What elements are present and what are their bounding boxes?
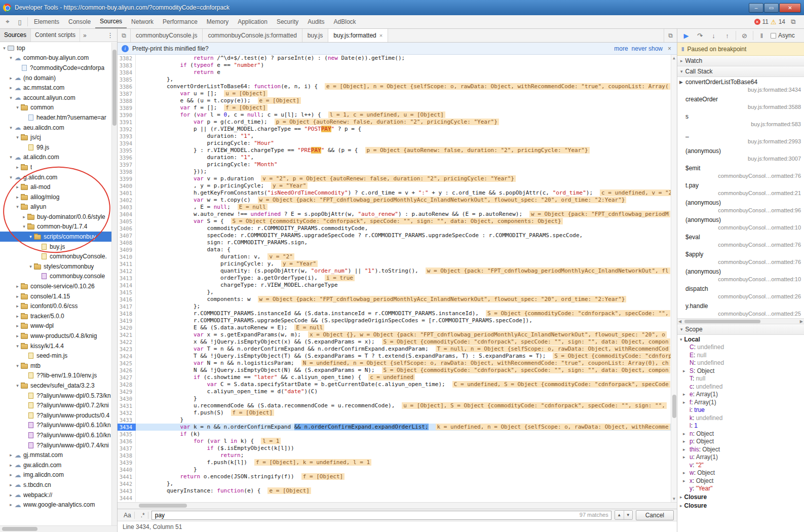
- scope-variable[interactable]: l: 1: [677, 422, 804, 430]
- code-text[interactable]: sign: r.COMMODITY_PARAMS.sign,: [136, 239, 308, 246]
- tree-item[interactable]: ??aliyun/www-products/0.4: [0, 410, 117, 421]
- scope-variable[interactable]: y: "Year": [677, 485, 804, 493]
- code-text[interactable]: }: [136, 416, 183, 424]
- code-text[interactable]: return o.encode(JSON.stringify(f))f = [O…: [136, 473, 344, 480]
- line-number[interactable]: 3422: [118, 338, 136, 346]
- tree-item[interactable]: ▾kissy/k/1.4.4: [0, 341, 117, 351]
- tree-item[interactable]: ??aliyun/www-dpl/0.5.73/kn: [0, 391, 117, 401]
- tree-item[interactable]: ▾common: [0, 103, 117, 113]
- line-number[interactable]: 3419: [118, 317, 136, 324]
- code-text[interactable]: var w = t.copy(c)w = Object {pack: "FPT_…: [136, 197, 626, 204]
- scope-variable[interactable]: T: null: [677, 375, 804, 383]
- scope-variable[interactable]: E: null: [677, 352, 804, 360]
- code-text[interactable]: u.recommendCode && (S.data.recommendCode…: [136, 402, 667, 409]
- code-text[interactable]: pricingCycle: "Hour": [136, 140, 274, 147]
- scroll-right-icon[interactable]: ▶: [800, 319, 803, 324]
- line-number[interactable]: 3398: [118, 168, 136, 175]
- chevron-right-icon[interactable]: ▸: [15, 195, 20, 200]
- chevron-right-icon[interactable]: ▸: [8, 75, 14, 81]
- call-stack-frame[interactable]: $evalcommonbuyConsol…ormatted:76: [677, 232, 804, 249]
- line-number[interactable]: 3384: [118, 69, 136, 76]
- tab-performance[interactable]: Performance: [158, 15, 202, 28]
- chevron-right-icon[interactable]: ▸: [683, 446, 685, 454]
- close-tab-icon[interactable]: ×: [379, 32, 382, 39]
- code-text[interactable]: var C = S.data.specifyStartDate = b.getC…: [136, 381, 670, 388]
- call-stack-frame[interactable]: (anonymous)commonbuyConsol…ormatted:10: [677, 215, 804, 232]
- code-text[interactable]: return;: [136, 452, 244, 459]
- chevron-down-icon[interactable]: ▾: [28, 264, 33, 269]
- code-text[interactable]: data: {: [136, 246, 231, 253]
- device-toolbar-icon[interactable]: ▯: [14, 18, 26, 26]
- scope-group-local[interactable]: ▾Local: [677, 335, 804, 344]
- call-stack-frame[interactable]: $emitcommonbuyConsol…ormatted:76: [677, 163, 804, 180]
- scrollbar-thumb[interactable]: [112, 50, 117, 126]
- tree-item[interactable]: ▾top: [0, 43, 117, 53]
- line-number[interactable]: 3425: [118, 360, 136, 367]
- line-number[interactable]: 3388: [118, 97, 136, 104]
- editor-tab-commonbuyconsole-js-formatted[interactable]: commonbuyConsole.js:formatted: [203, 29, 302, 42]
- tree-item[interactable]: ▸☁webpack://: [0, 490, 117, 500]
- maximize-button[interactable]: ▭: [764, 3, 779, 13]
- line-number[interactable]: 3432: [118, 409, 136, 416]
- code-text[interactable]: E && (S.data.autoRenew = E);E = null: [136, 324, 324, 331]
- tree-item[interactable]: ▸☁(no domain): [0, 73, 117, 83]
- tree-item[interactable]: ▸ali-mod: [0, 182, 117, 192]
- editor-horizontal-scrollbar[interactable]: [118, 502, 677, 509]
- call-stack-frame[interactable]: sbuy.js:formatted:583: [677, 111, 804, 129]
- code-text[interactable]: var N = n && n.logisticsParam;N = undefi…: [136, 360, 670, 367]
- chevron-right-icon[interactable]: ▸: [8, 502, 14, 507]
- code-text[interactable]: var v = p.durationv = "2", p = Object {a…: [136, 175, 516, 182]
- chevron-down-icon[interactable]: ▾: [15, 363, 20, 368]
- code-text[interactable]: f.push(k[l])f = [Object], k = undefined,…: [136, 459, 371, 466]
- scrollbar-thumb[interactable]: [684, 320, 760, 323]
- step-out-icon[interactable]: ↑: [720, 29, 734, 42]
- scope-variable[interactable]: N: undefined: [677, 359, 804, 367]
- code-text[interactable]: N && !jQuery.isEmptyObject(N) && (S.expa…: [136, 367, 670, 374]
- code-text[interactable]: duration: v,v = "2": [136, 253, 294, 260]
- line-number[interactable]: 3421: [118, 331, 136, 338]
- chevron-down-icon[interactable]: ▾: [8, 55, 14, 60]
- tree-item[interactable]: ▸☁gj.mmstat.com: [0, 450, 117, 460]
- editor-tab-commonbuyconsole-js[interactable]: commonbuyConsole.js: [131, 29, 203, 42]
- scope-group-closure[interactable]: ▸Closure: [677, 502, 804, 510]
- tree-item[interactable]: ▸www-dpl: [0, 321, 117, 331]
- editor-tab-buy-js-formatted[interactable]: buy.js:formatted×: [328, 29, 388, 42]
- line-number[interactable]: 3386: [118, 83, 136, 90]
- drawer-toggle-icon[interactable]: ⧉: [664, 29, 677, 42]
- code-text[interactable]: var p = g(c.ord_time);p = Object {autoRe…: [136, 119, 499, 126]
- async-checkbox[interactable]: Async: [771, 32, 795, 39]
- line-number[interactable]: 3407: [118, 232, 136, 239]
- chevron-right-icon[interactable]: ▸: [683, 453, 685, 462]
- call-stack-frame[interactable]: $applycommonbuyConsol…ormatted:76: [677, 249, 804, 267]
- scope-variable[interactable]: C: undefined: [677, 344, 804, 352]
- tree-item[interactable]: commonbuy.console: [0, 272, 117, 282]
- code-text[interactable]: convertOrderListToBase64: function(e, n,…: [136, 83, 670, 90]
- chevron-right-icon[interactable]: ▸: [21, 214, 27, 219]
- line-number[interactable]: 3442: [118, 480, 136, 487]
- code-text[interactable]: var T = n && n.orderConfirmExpand && n.o…: [136, 346, 670, 353]
- line-number[interactable]: 3395: [118, 147, 136, 154]
- tree-item[interactable]: ??aliyun/www-dpl/0.7.4/kni: [0, 440, 117, 450]
- chevron-right-icon[interactable]: ▸: [15, 314, 20, 319]
- line-number[interactable]: 3417: [118, 303, 136, 310]
- line-number[interactable]: 3434: [118, 424, 136, 431]
- scope-variable[interactable]: ▸f: Array(1): [677, 399, 804, 407]
- line-number[interactable]: 3435: [118, 431, 136, 438]
- line-number[interactable]: 3420: [118, 324, 136, 331]
- call-stack-frame[interactable]: createOrderbuy.js:formatted:3588: [677, 94, 804, 111]
- line-number[interactable]: 3408: [118, 239, 136, 246]
- code-text[interactable]: r.COMMODITY_PARAMS.instanceId && (S.data…: [136, 310, 670, 317]
- line-number[interactable]: 3430: [118, 395, 136, 402]
- line-number[interactable]: 3391: [118, 119, 136, 126]
- tree-item[interactable]: ▸tracker/5.0.0: [0, 311, 117, 321]
- tab-application[interactable]: Application: [233, 15, 272, 28]
- chevron-down-icon[interactable]: ▾: [15, 105, 20, 110]
- step-over-icon[interactable]: ↷: [693, 29, 707, 42]
- sidebar-tab-sources[interactable]: Sources: [0, 29, 31, 42]
- tree-item[interactable]: ▸iconfont/0.0.6/css: [0, 301, 117, 311]
- pause-on-exceptions-icon[interactable]: ‖: [755, 29, 769, 42]
- line-number[interactable]: 3424: [118, 353, 136, 360]
- chevron-down-icon[interactable]: ▾: [2, 46, 7, 51]
- code-text[interactable]: return e: [136, 69, 220, 76]
- tree-item[interactable]: ?commodityCode=cdnforpa: [0, 63, 117, 73]
